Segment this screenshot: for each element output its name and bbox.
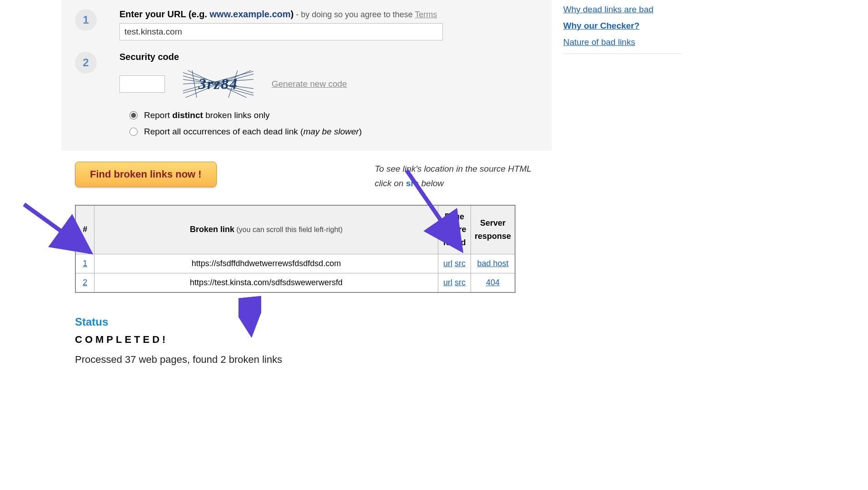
found-src-link[interactable]: src [455,259,466,268]
terms-link[interactable]: Terms [415,10,437,19]
bl-head-main: Broken link [190,225,234,234]
found-url-link[interactable]: url [443,259,452,268]
radio-all-row[interactable]: Report all occurrences of each dead link… [129,127,538,137]
hint-line2b: below [419,178,444,188]
security-row: 3rz84 Generate new code [119,70,538,98]
radio-distinct-row[interactable]: Report distinct broken links only [129,110,538,120]
hint-line1: To see link's location in the source HTM… [375,164,531,173]
bl-head-hint: (you can scroll this field left-right) [234,226,342,233]
status-completed: COMPLETED! [75,334,538,346]
sidebar-link-dead-links[interactable]: Why dead links are bad [563,5,681,15]
hint-src-word: src [406,178,419,188]
captcha-scratch-icon [183,70,253,98]
security-code-input[interactable] [119,75,165,93]
results-table: # Broken link (you can scroll this field… [75,205,516,293]
row-number-link[interactable]: 2 [83,278,87,287]
svg-line-8 [183,76,253,95]
step-2-row: 2 Security code 3rz84 [75,52,538,143]
captcha-image: 3rz84 [183,70,253,98]
status-summary: Processed 37 web pages, found 2 broken l… [75,354,538,366]
r2i: may be slower [303,127,359,136]
step-1-label: Enter your URL (e.g. www.example.com) - … [119,9,538,20]
results-top: Find broken links now ! To see link's lo… [75,162,538,191]
col-header-page-found: Page where found [438,205,471,254]
svg-line-7 [228,70,238,98]
url-input[interactable] [119,23,443,40]
enter-url-label: Enter your URL [119,9,186,19]
step-1-row: 1 Enter your URL (e.g. www.example.com) … [75,9,538,40]
status-block: Status COMPLETED! Processed 37 web pages… [75,316,538,366]
col-header-broken-link: Broken link (you can scroll this field l… [94,205,438,254]
sidebar-link-why-checker[interactable]: Why our Checker? [563,21,681,31]
r2s: ) [359,127,362,136]
radio-distinct[interactable] [129,111,138,119]
sidebar: Why dead links are bad Why our Checker? … [563,5,681,54]
find-broken-links-button[interactable]: Find broken links now ! [75,162,217,187]
status-title: Status [75,316,538,328]
server-response-link[interactable]: 404 [486,278,500,287]
radio-all-label: Report all occurrences of each dead link… [144,127,362,137]
results-panel: Find broken links now ! To see link's lo… [61,151,552,376]
server-response-link[interactable]: bad host [477,259,508,268]
step-2-content: Security code 3rz84 Gener [119,52,538,143]
eg-prefix: (e.g. [186,9,209,19]
radio-distinct-label: Report distinct broken links only [144,110,270,120]
table-row: 1 https://sfsdffdhdwetwerrewsfdsdfdsd.co… [75,254,515,273]
r1s: broken links only [203,110,270,120]
r1p: Report [144,110,172,120]
hint-line2a: click on [375,178,406,188]
found-src-link[interactable]: src [455,278,466,287]
generate-code-link[interactable]: Generate new code [272,79,347,89]
col-header-number: # [75,205,94,254]
found-url-link[interactable]: url [443,278,452,287]
table-row: 2 https://test.kinsta.com/sdfsdswewerwer… [75,273,515,292]
sidebar-divider [563,54,681,54]
broken-link-cell: https://test.kinsta.com/sdfsdswewerwersf… [94,273,438,292]
broken-link-cell: https://sfsdffdhdwetwerrewsfdsdfdsd.com [94,254,438,273]
row-number-link[interactable]: 1 [83,259,87,268]
r2p: Report all occurrences of each dead link… [144,127,303,136]
example-url: www.example.com [210,9,291,19]
col-header-server-response: Server response [471,205,515,254]
sidebar-link-nature[interactable]: Nature of bad links [563,37,681,47]
agree-text: - by doing so you agree to these [293,10,415,19]
src-hint: To see link's location in the source HTM… [375,162,538,191]
step-2-badge: 2 [75,52,97,74]
form-panel: 1 Enter your URL (e.g. www.example.com) … [61,0,552,154]
radio-all[interactable] [129,128,138,136]
r1b: distinct [172,110,203,120]
step-1-content: Enter your URL (e.g. www.example.com) - … [119,9,538,40]
security-code-label: Security code [119,52,538,62]
step-1-badge: 1 [75,9,97,31]
report-options: Report distinct broken links only Report… [129,110,538,137]
